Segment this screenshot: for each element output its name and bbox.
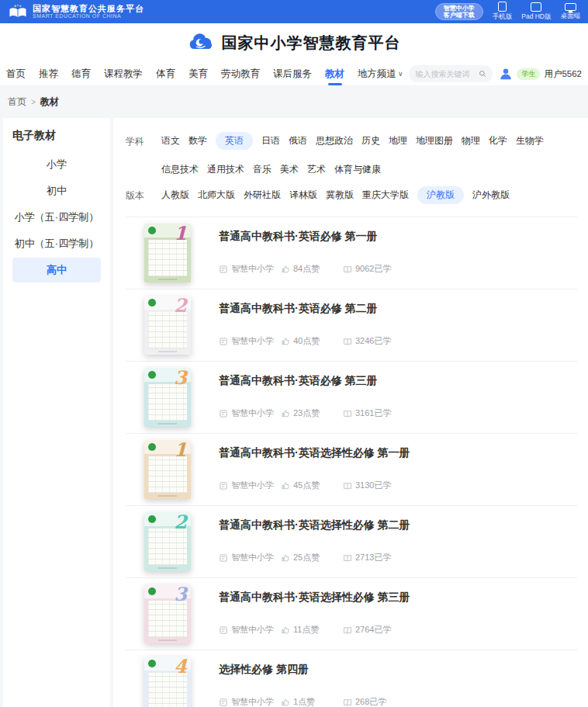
cover-volume-number: 3 [174,584,187,605]
nav-item[interactable]: 首页 [6,62,26,85]
book-list-item[interactable]: 2 普通高中教科书·英语必修 第二册 [126,289,577,362]
user-menu[interactable]: 学生 用户5562 [499,67,582,81]
subject-chip[interactable]: 语文 [161,132,180,150]
book-list-item[interactable]: 1 普通高中教科书·英语选择性必修 第一册 [126,434,577,506]
book-title[interactable]: 选择性必修 第四册 [219,663,577,677]
subject-filter-row: 学科 语文数学英语日语俄语思想政治历史地理地理图册物理化学生物学信息技术通用技术… [126,132,577,178]
app-download-button[interactable]: 智慧中小学 客户端下载 [435,3,483,20]
book-title[interactable]: 普通高中教科书·英语选择性必修 第二册 [219,518,577,532]
sidebar-item[interactable]: 小学（五·四学制） [12,205,101,230]
subject-chip[interactable]: 生物学 [516,132,544,150]
breadcrumb: 首页 > 教材 [0,85,588,118]
version-chip[interactable]: 外研社版 [244,186,281,204]
subject-chip[interactable]: 通用技术 [207,161,244,178]
version-chip[interactable]: 北师大版 [198,186,235,204]
chevron-down-icon: ∨ [398,70,403,78]
version-chip[interactable]: 人教版 [161,186,189,204]
book-list-item[interactable]: 2 普通高中教科书·英语选择性必修 第二册 [126,506,577,578]
book-list-item[interactable]: 3 普通高中教科书·英语必修 第三册 [126,362,577,434]
platform-logo[interactable]: 国家智慧教育公共服务平台 SMART EDUCATION OF CHINA [8,4,144,19]
provider-icon [219,626,228,635]
thumbs-up-icon [281,553,290,563]
likes-stat[interactable]: 11点赞 [281,624,343,636]
pad-version-link[interactable]: Pad HD版 [521,2,551,22]
likes-stat[interactable]: 84点赞 [281,263,343,275]
likes-stat[interactable]: 40点赞 [281,335,343,347]
likes-stat[interactable]: 23点赞 [281,407,343,419]
breadcrumb-separator: > [31,98,36,106]
book-cover[interactable]: 3 [144,584,191,643]
book-cover[interactable]: 3 [144,368,191,427]
likes-stat[interactable]: 45点赞 [281,480,343,491]
mobile-version-link[interactable]: 手机版 [493,2,513,22]
provider-stat: 智慧中小学 [219,263,281,275]
nav-item[interactable]: 推荐 [39,62,58,85]
likes-stat[interactable]: 25点赞 [281,552,343,563]
platform-subtitle: SMART EDUCATION OF CHINA [33,13,144,19]
likes-stat[interactable]: 1点赞 [281,696,343,707]
nav-item[interactable]: 体育 [156,62,175,85]
sidebar-item[interactable]: 小学 [12,152,101,177]
site-header: 国家中小学智慧教育平台 [0,23,588,62]
nav-item[interactable]: 课后服务 [273,62,312,85]
nav-item[interactable]: 地方频道 ∨ [358,62,403,85]
main-content: 学科 语文数学英语日语俄语思想政治历史地理地理图册物理化学生物学信息技术通用技术… [113,118,588,707]
version-chip[interactable]: 冀教版 [326,186,354,204]
book-cover[interactable]: 2 [144,512,191,571]
user-role-badge: 学生 [517,68,540,80]
sidebar-item[interactable]: 初中 [12,178,101,203]
subject-chip[interactable]: 数学 [189,132,207,150]
provider-stat: 智慧中小学 [219,407,281,419]
subject-chip[interactable]: 俄语 [289,132,307,150]
subject-chip[interactable]: 化学 [489,132,507,150]
book-list-item[interactable]: 1 普通高中教科书·英语必修 第一册 [126,217,577,289]
publisher-logo-dot [148,299,156,307]
book-title[interactable]: 普通高中教科书·英语选择性必修 第一册 [219,446,577,460]
version-chip[interactable]: 沪教版 [417,186,464,204]
search-input[interactable] [415,70,476,78]
search-icon[interactable] [479,69,486,78]
version-chip[interactable]: 沪外教版 [472,186,510,204]
provider-stat: 智慧中小学 [219,624,281,636]
breadcrumb-home[interactable]: 首页 [8,95,26,109]
subject-chip[interactable]: 日语 [261,132,280,150]
book-cover[interactable]: 1 [144,440,191,499]
cover-artwork [148,384,187,421]
nav-item[interactable]: 课程教学 [104,62,143,85]
subject-chip[interactable]: 美术 [280,161,299,178]
subject-chip[interactable]: 英语 [216,132,253,150]
sidebar-item[interactable]: 初中（五·四学制） [12,231,101,256]
subject-chip[interactable]: 地理 [389,132,407,150]
subject-chip[interactable]: 思想政治 [316,132,353,150]
book-cover[interactable]: 2 [144,296,191,355]
nav-item[interactable]: 教材 [325,62,344,85]
subject-chip[interactable]: 艺术 [307,161,326,178]
desktop-version-link[interactable]: 桌面端 [561,3,581,21]
book-list-item[interactable]: 4 选择性必修 第四册 [126,650,577,707]
provider-icon [219,409,228,418]
sidebar-item[interactable]: 高中 [12,258,101,282]
book-list-item[interactable]: 3 普通高中教科书·英语选择性必修 第三册 [126,578,577,650]
subject-chip[interactable]: 体育与健康 [334,161,381,178]
nav-item[interactable]: 德育 [71,62,91,85]
book-title[interactable]: 普通高中教科书·英语必修 第三册 [219,374,577,388]
version-chip[interactable]: 译林版 [289,186,317,204]
subject-chip[interactable]: 物理 [462,132,480,150]
nav-item[interactable]: 美育 [189,62,208,85]
open-book-small-icon [343,409,352,418]
book-cover[interactable]: 4 [144,657,191,707]
learned-stat: 3246已学 [343,335,391,347]
nav-item[interactable]: 劳动教育 [221,62,260,85]
subject-chip[interactable]: 信息技术 [161,161,199,178]
subject-chip[interactable]: 历史 [361,132,380,150]
version-chip[interactable]: 重庆大学版 [362,186,409,204]
subject-chip[interactable]: 音乐 [253,161,272,178]
subject-chip[interactable]: 地理图册 [416,132,453,150]
book-title[interactable]: 普通高中教科书·英语必修 第一册 [219,230,577,244]
book-cover[interactable]: 1 [144,224,191,282]
cover-volume-number: 2 [174,512,187,532]
book-title[interactable]: 普通高中教科书·英语选择性必修 第三册 [219,591,577,605]
search-box[interactable] [409,65,493,82]
book-title[interactable]: 普通高中教科书·英语必修 第二册 [219,302,577,316]
thumbs-up-icon [281,265,290,274]
